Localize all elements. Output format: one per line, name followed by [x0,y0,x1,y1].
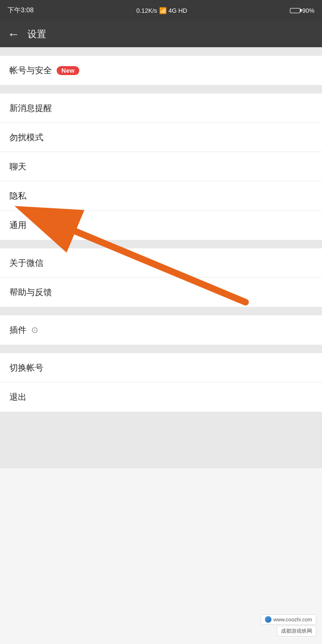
logout-label: 退出 [9,391,26,403]
about-label: 关于微信 [9,257,43,269]
section-about: 关于微信 帮助与反馈 [0,248,322,307]
watermark-site2: 成都游戏铁网 [277,626,316,636]
battery-area: 90% [290,7,314,14]
section-account: 帐号与安全 New [0,56,322,85]
status-bar: 下午3:08 0.12K/s 📶 4G HD 90% [0,0,322,21]
menu-item-help[interactable]: 帮助与反馈 [0,278,322,307]
toolbar: ← 设置 [0,21,322,47]
menu-item-privacy[interactable]: 隐私 [0,181,322,211]
menu-item-general[interactable]: 通用 [0,211,322,240]
section-gap-1 [0,85,322,93]
section-notifications: 新消息提醒 勿扰模式 聊天 隐私 通用 [0,93,322,240]
menu-item-switch-account[interactable]: 切换帐号 [0,353,322,382]
section-gap-4 [0,345,322,353]
battery-icon [290,8,300,13]
menu-item-new-message[interactable]: 新消息提醒 [0,93,322,123]
account-security-label: 帐号与安全 [9,65,52,76]
watermark-site1: www.coozhi.com [261,614,316,625]
help-label: 帮助与反馈 [9,287,52,298]
section-account-switch: 切换帐号 退出 [0,353,322,412]
switch-account-label: 切换帐号 [9,362,43,373]
watermark-logo [265,616,271,623]
section-plugins: 插件 ⊙ [0,315,322,345]
menu-item-account-security[interactable]: 帐号与安全 New [0,56,322,85]
section-gap-bottom [0,412,322,468]
menu-item-logout[interactable]: 退出 [0,382,322,412]
chat-label: 聊天 [9,161,26,172]
page-title: 设置 [27,28,46,41]
menu-item-about[interactable]: 关于微信 [0,248,322,278]
menu-item-dnd[interactable]: 勿扰模式 [0,123,322,152]
general-label: 通用 [9,220,26,231]
section-gap-top [0,47,322,56]
dnd-label: 勿扰模式 [9,132,43,143]
privacy-label: 隐私 [9,190,26,202]
signal-icon: 📶 [159,7,167,14]
back-button[interactable]: ← [8,28,20,40]
watermark: www.coozhi.com 成都游戏铁网 [261,614,316,636]
network-info: 0.12K/s 📶 4G HD [136,7,187,14]
plugins-label: 插件 [9,324,26,336]
menu-item-chat[interactable]: 聊天 [0,152,322,181]
new-badge: New [57,66,79,75]
new-message-label: 新消息提醒 [9,102,52,114]
time: 下午3:08 [8,6,34,15]
menu-item-plugins[interactable]: 插件 ⊙ [0,315,322,345]
section-gap-3 [0,307,322,315]
plugin-icon: ⊙ [31,325,38,335]
section-gap-2 [0,240,322,248]
